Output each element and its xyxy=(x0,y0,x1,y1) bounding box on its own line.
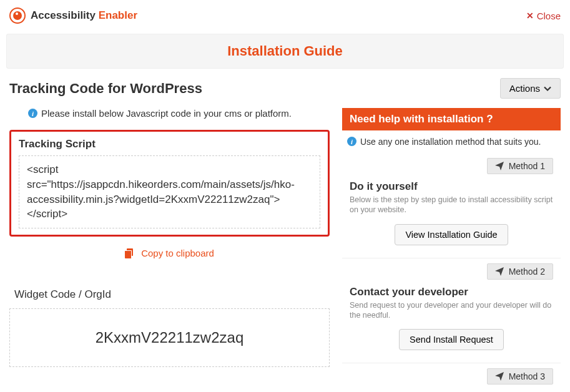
info-icon: i xyxy=(28,109,37,118)
copy-to-clipboard-button[interactable]: Copy to clipboard xyxy=(9,243,330,263)
help-info-text: Use any one installation method that sui… xyxy=(360,137,541,147)
method-3-badge-label: Method 3 xyxy=(509,371,545,381)
paper-plane-icon xyxy=(495,267,504,276)
method-2-block: Method 2 Contact your developer Send req… xyxy=(342,258,561,364)
sub-title: Tracking Code for WordPress xyxy=(9,81,202,97)
widget-code-value[interactable]: 2KxxmV22211zw2zaq xyxy=(9,308,330,367)
install-info-line: i Please install below Javascript code i… xyxy=(28,108,330,119)
help-info-line: i Use any one installation method that s… xyxy=(342,130,561,153)
method-2-badge: Method 2 xyxy=(487,263,553,280)
brand: Accessibility Enabler xyxy=(9,7,137,24)
view-installation-guide-button[interactable]: View Installation Guide xyxy=(395,224,508,245)
actions-label: Actions xyxy=(509,83,540,94)
chevron-down-icon xyxy=(544,85,551,92)
widget-code-label: Widget Code / OrgId xyxy=(14,288,330,301)
clipboard-icon xyxy=(125,248,135,258)
copy-label: Copy to clipboard xyxy=(141,248,214,258)
method-2-badge-label: Method 2 xyxy=(509,267,545,277)
subheader: Tracking Code for WordPress Actions xyxy=(0,78,570,108)
page-title: Installation Guide xyxy=(16,43,554,59)
method-1-desc: Below is the step by step guide to insta… xyxy=(350,195,553,215)
paper-plane-icon xyxy=(495,162,504,170)
method-1-badge: Method 1 xyxy=(487,158,553,174)
close-button[interactable]: ✕ Close xyxy=(526,11,561,21)
method-1-badge-label: Method 1 xyxy=(509,161,545,171)
tracking-script-code[interactable]: <script src="https://jsappcdn.hikeorders… xyxy=(19,155,320,228)
method-2-desc: Send request to your developer and your … xyxy=(350,300,553,321)
brand-logo-icon xyxy=(9,7,26,24)
app-header: Accessibility Enabler ✕ Close xyxy=(0,0,570,31)
title-bar: Installation Guide xyxy=(6,34,564,69)
method-1-block: Method 1 Do it yourself Below is the ste… xyxy=(342,153,561,258)
brand-name-part2: Enabler xyxy=(99,9,137,21)
main-content: i Please install below Javascript code i… xyxy=(0,108,570,392)
actions-dropdown[interactable]: Actions xyxy=(500,78,561,99)
brand-name: Accessibility Enabler xyxy=(31,9,137,22)
close-icon: ✕ xyxy=(526,11,534,21)
tracking-script-title: Tracking Script xyxy=(19,138,320,150)
right-column: Need help with installation ? i Use any … xyxy=(342,108,561,391)
method-3-block: Method 3 xyxy=(342,363,561,391)
method-1-title: Do it yourself xyxy=(350,180,553,193)
method-2-title: Contact your developer xyxy=(350,286,553,298)
paper-plane-icon xyxy=(495,372,504,381)
tracking-script-box: Tracking Script <script src="https://jsa… xyxy=(9,130,330,237)
brand-name-part1: Accessibility xyxy=(31,9,96,21)
close-label: Close xyxy=(537,11,561,21)
method-3-badge: Method 3 xyxy=(487,368,553,385)
left-column: i Please install below Javascript code i… xyxy=(9,108,330,391)
install-info-text: Please install below Javascript code in … xyxy=(41,108,292,119)
info-icon: i xyxy=(347,137,356,146)
send-install-request-button[interactable]: Send Install Request xyxy=(399,329,504,350)
help-header: Need help with installation ? xyxy=(342,108,561,130)
